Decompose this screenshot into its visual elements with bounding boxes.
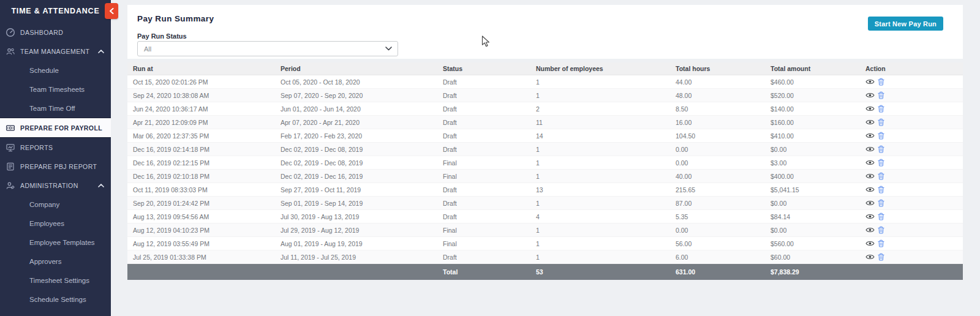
cell-run-at: Jul 25, 2019 01:33:38 PM [127, 250, 275, 264]
trash-icon [878, 78, 884, 86]
table-row: Oct 11, 2019 08:33:03 PMSep 27, 2019 - O… [127, 183, 963, 197]
chevron-up-icon[interactable] [98, 184, 104, 187]
view-pay-run-button[interactable] [865, 105, 875, 112]
trash-icon [878, 186, 884, 194]
sidebar-item-label: REPORTS [20, 144, 53, 151]
cell-action [860, 224, 963, 237]
view-pay-run-button[interactable] [865, 200, 875, 206]
view-pay-run-button[interactable] [865, 240, 875, 247]
view-pay-run-button[interactable] [865, 146, 875, 152]
sidebar-item-team-management[interactable]: TEAM MANAGEMENT [0, 42, 111, 61]
sidebar-item-reports[interactable]: REPORTS [0, 138, 111, 157]
eye-icon [865, 240, 875, 247]
cell-period: Dec 02, 2019 - Dec 08, 2019 [275, 143, 437, 156]
cell-status: Draft [437, 75, 530, 89]
view-pay-run-button[interactable] [865, 159, 875, 166]
view-pay-run-button[interactable] [865, 119, 875, 126]
delete-pay-run-button[interactable] [878, 159, 884, 167]
cell-status: Draft [437, 102, 530, 116]
sidebar-item-employee-templates[interactable]: Employee Templates [0, 233, 111, 252]
sidebar-item-dashboard[interactable]: DASHBOARD [0, 23, 111, 42]
delete-pay-run-button[interactable] [878, 145, 884, 153]
cell-total-hours: 5.35 [670, 210, 765, 224]
cell-total-amount: $160.00 [765, 116, 860, 129]
sidebar-item-employees[interactable]: Employees [0, 214, 111, 233]
sidebar-item-team-time-off[interactable]: Team Time Off [0, 99, 111, 118]
delete-pay-run-button[interactable] [878, 118, 884, 126]
cell-status: Draft [437, 116, 530, 129]
delete-pay-run-button[interactable] [878, 239, 884, 247]
trash-icon [878, 253, 884, 261]
sidebar-item-schedule-settings[interactable]: Schedule Settings [0, 290, 111, 309]
trash-icon [878, 132, 884, 140]
sidebar: TIME & ATTENDANCE DASHBOARDTEAM MANAGEME… [0, 0, 111, 316]
table-row: Aug 12, 2019 03:55:49 PMAug 01, 2019 - A… [127, 237, 963, 250]
pay-run-table-card: Run atPeriodStatusNumber of employeesTot… [127, 62, 963, 280]
view-pay-run-button[interactable] [865, 227, 875, 233]
sidebar-item-team-timesheets[interactable]: Team Timesheets [0, 80, 111, 99]
delete-pay-run-button[interactable] [878, 91, 884, 99]
cell-run-at: Aug 12, 2019 04:10:23 PM [127, 224, 275, 237]
cell-status: Draft [437, 129, 530, 143]
table-row: Mar 06, 2020 12:37:35 PMFeb 17, 2020 - F… [127, 129, 963, 143]
cell-total-amount: $560.00 [765, 237, 860, 250]
sidebar-item-prepare-pbj-report[interactable]: PREPARE PBJ REPORT [0, 157, 111, 176]
column-header-total-hours: Total hours [670, 62, 765, 75]
delete-pay-run-button[interactable] [878, 213, 884, 220]
sidebar-item-company[interactable]: Company [0, 195, 111, 214]
cell-action [860, 170, 963, 183]
cell-total-amount: $3.00 [765, 156, 860, 170]
column-header-run-at: Run at [127, 62, 275, 75]
cell-run-at: Aug 13, 2019 09:54:56 AM [127, 210, 275, 224]
table-body: Oct 15, 2020 02:01:26 PMOct 05, 2020 - O… [127, 75, 963, 264]
trash-icon [878, 105, 884, 113]
view-pay-run-button[interactable] [865, 186, 875, 193]
cell-action [860, 102, 963, 116]
sidebar-item-approvers[interactable]: Approvers [0, 252, 111, 271]
view-pay-run-button[interactable] [865, 173, 875, 179]
pay-run-status-label: Pay Run Status [137, 32, 187, 40]
table-row: Apr 21, 2020 12:09:09 PMApr 07, 2020 - A… [127, 116, 963, 129]
cell-run-at: Sep 24, 2020 10:38:08 AM [127, 89, 275, 102]
sidebar-collapse-button[interactable] [105, 3, 118, 19]
sidebar-item-administration[interactable]: ADMINISTRATION [0, 176, 111, 195]
page-title: Pay Run Summary [137, 14, 214, 23]
delete-pay-run-button[interactable] [878, 78, 884, 86]
view-pay-run-button[interactable] [865, 78, 875, 85]
pay-run-status-select[interactable]: All [137, 41, 398, 56]
cell-status: Final [437, 237, 530, 250]
chevron-up-icon[interactable] [98, 50, 104, 53]
cell-number-of-employees: 11 [530, 116, 670, 129]
view-pay-run-button[interactable] [865, 213, 875, 220]
cell-period: Sep 07, 2020 - Sep 20, 2020 [275, 89, 437, 102]
trash-icon [878, 199, 884, 207]
pbj-report-icon [6, 162, 15, 171]
table-row: Dec 16, 2019 02:14:18 PMDec 02, 2019 - D… [127, 143, 963, 156]
trash-icon [878, 213, 884, 220]
administration-icon [6, 181, 15, 190]
delete-pay-run-button[interactable] [878, 105, 884, 113]
cell-total-hours: 8.50 [670, 102, 765, 116]
sidebar-item-prepare-for-payroll[interactable]: PREPARE FOR PAYROLL [0, 118, 111, 138]
view-pay-run-button[interactable] [865, 254, 875, 260]
cell-total-amount: $410.00 [765, 129, 860, 143]
delete-pay-run-button[interactable] [878, 172, 884, 180]
table-header-row: Run atPeriodStatusNumber of employeesTot… [127, 62, 963, 75]
start-new-pay-run-button[interactable]: Start New Pay Run [868, 17, 943, 31]
cell-total-hours: 87.00 [670, 197, 765, 210]
cell-run-at: Oct 11, 2019 08:33:03 PM [127, 183, 275, 197]
delete-pay-run-button[interactable] [878, 186, 884, 194]
sidebar-item-schedule[interactable]: Schedule [0, 61, 111, 80]
delete-pay-run-button[interactable] [878, 226, 884, 234]
delete-pay-run-button[interactable] [878, 132, 884, 140]
view-pay-run-button[interactable] [865, 132, 875, 139]
chevron-down-icon [385, 47, 392, 51]
trash-icon [878, 239, 884, 247]
view-pay-run-button[interactable] [865, 92, 875, 99]
delete-pay-run-button[interactable] [878, 199, 884, 207]
cell-total-hours: 6.00 [670, 250, 765, 264]
cell-number-of-employees: 14 [530, 129, 670, 143]
cell-total-amount: $60.00 [765, 250, 860, 264]
delete-pay-run-button[interactable] [878, 253, 884, 261]
sidebar-item-timesheet-settings[interactable]: Timesheet Settings [0, 271, 111, 290]
